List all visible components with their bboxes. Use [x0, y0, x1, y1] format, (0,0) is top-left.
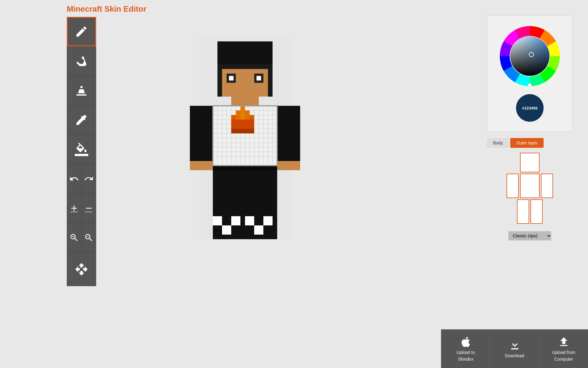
- svg-rect-12: [231, 97, 259, 106]
- svg-rect-55: [222, 225, 231, 235]
- skin-preview[interactable]: [181, 37, 309, 239]
- upload-computer-label: Upload from: [552, 350, 575, 355]
- color-hex-display[interactable]: #123456: [516, 94, 544, 122]
- stamp-tool[interactable]: [67, 76, 96, 105]
- fill-tool[interactable]: [67, 135, 96, 164]
- redo-tool[interactable]: [81, 164, 96, 194]
- svg-rect-41: [245, 110, 250, 120]
- eraser-icon: [75, 54, 88, 68]
- legs-row: [517, 199, 543, 224]
- svg-rect-0: [77, 94, 87, 95]
- body-part[interactable]: [520, 174, 540, 198]
- svg-rect-54: [213, 216, 222, 225]
- color-wheel-wrapper[interactable]: [499, 25, 560, 87]
- zoom2-row: [67, 223, 96, 252]
- svg-rect-46: [190, 161, 213, 170]
- move-icon: [75, 263, 88, 276]
- upload-computer-label2: Computer: [554, 357, 573, 362]
- upload-computer-icon: [558, 336, 570, 348]
- svg-rect-43: [231, 120, 254, 129]
- svg-rect-59: [263, 216, 273, 225]
- svg-rect-10: [229, 76, 234, 81]
- left-leg-part[interactable]: [517, 199, 529, 224]
- right-leg-part[interactable]: [530, 199, 543, 224]
- head-part[interactable]: [520, 153, 540, 172]
- upload-skindex-label: Upload to: [457, 350, 475, 355]
- model-dropdown[interactable]: Classic (4px) Slim (3px): [508, 231, 551, 240]
- body-row: [507, 174, 553, 198]
- svg-rect-58: [254, 225, 263, 235]
- upload-skindex-label2: Skindex: [458, 357, 473, 362]
- upload-skindex-button[interactable]: Upload to Skindex: [441, 329, 490, 368]
- svg-rect-48: [277, 161, 300, 170]
- undo-icon: [69, 174, 79, 184]
- zoom-row: [67, 194, 96, 223]
- toolbar: [67, 17, 96, 286]
- upload-computer-button[interactable]: Upload from Computer: [539, 329, 588, 368]
- page-title: Minecraft Skin Editor: [67, 4, 146, 14]
- svg-rect-42: [250, 115, 254, 120]
- svg-rect-39: [236, 110, 240, 120]
- bottom-actions: Upload to Skindex Download Upload from C…: [294, 329, 588, 368]
- skin-parts: [487, 153, 573, 224]
- remove-row-icon: [84, 203, 94, 213]
- upload-skindex-icon: [460, 336, 472, 348]
- layer-buttons: Body Outer layer: [487, 138, 573, 148]
- zoom-out-tool[interactable]: [81, 223, 96, 252]
- left-arm-part[interactable]: [507, 174, 519, 198]
- svg-rect-5: [217, 41, 273, 64]
- pencil-tool[interactable]: [67, 17, 96, 46]
- svg-rect-1: [70, 211, 78, 212]
- color-wheel-svg[interactable]: [499, 25, 560, 87]
- model-dropdown-wrapper: Classic (4px) Slim (3px): [487, 228, 573, 240]
- stamp-icon: [75, 84, 88, 97]
- hex-value: #123456: [522, 106, 538, 110]
- right-arm-part[interactable]: [541, 174, 553, 198]
- zoom-in-tool[interactable]: [67, 223, 81, 252]
- pencil-icon: [75, 25, 88, 38]
- color-picker[interactable]: #123456: [487, 15, 573, 132]
- svg-rect-57: [245, 216, 254, 225]
- redo-icon: [84, 174, 94, 184]
- skin-svg[interactable]: [181, 37, 309, 239]
- zoom-add-tool[interactable]: [67, 194, 81, 223]
- svg-rect-38: [231, 115, 236, 120]
- download-label: Download: [505, 353, 524, 358]
- download-button[interactable]: Download: [490, 329, 539, 368]
- svg-rect-56: [231, 216, 240, 225]
- right-panel: #123456 Body Outer layer Classic (4px) S…: [487, 15, 573, 240]
- outer-layer-button[interactable]: Outer layer: [510, 138, 544, 148]
- fill-icon: [75, 143, 88, 156]
- svg-point-70: [528, 83, 532, 87]
- undo-redo-row: [67, 164, 96, 194]
- eraser-tool[interactable]: [67, 46, 96, 76]
- head-row: [520, 153, 540, 172]
- svg-rect-40: [240, 106, 245, 120]
- undo-tool[interactable]: [67, 164, 81, 194]
- svg-rect-44: [231, 129, 254, 133]
- svg-rect-11: [257, 76, 261, 81]
- zoom-remove-tool[interactable]: [81, 194, 96, 223]
- svg-rect-50: [245, 166, 277, 221]
- skin-canvas-area[interactable]: [123, 15, 368, 261]
- svg-rect-45: [190, 106, 213, 166]
- zoom-out-icon: [84, 233, 94, 243]
- move-tool[interactable]: [67, 252, 96, 286]
- svg-rect-71: [511, 348, 518, 349]
- zoom-in-icon: [69, 233, 79, 243]
- download-icon: [509, 339, 521, 351]
- eyedropper-icon: [75, 113, 88, 127]
- svg-rect-51: [213, 166, 277, 170]
- svg-rect-2: [85, 211, 92, 212]
- svg-rect-47: [277, 106, 300, 166]
- eyedropper-tool[interactable]: [67, 105, 96, 135]
- add-row-icon: [69, 203, 79, 213]
- body-layer-button[interactable]: Body: [487, 138, 509, 148]
- svg-rect-49: [213, 166, 245, 221]
